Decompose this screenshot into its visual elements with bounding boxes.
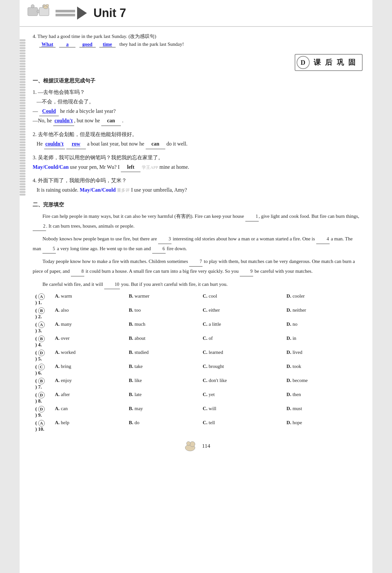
mcq-optA-8: A. after [52,391,126,405]
svg-point-10 [187,442,190,445]
mcq-optD-9: D. must [284,405,359,419]
item3-watermark: 学王APP [142,165,158,170]
mcq-optC-9: C. will [200,405,284,419]
item2-desc: 2. 去年他不会划船，但是现在他能划得很好。 [33,131,137,137]
item3-modal: May/Could/Can [33,164,69,170]
section-d-container: D 课 后 巩 固 [29,54,363,71]
cloze-para-3: Today people know how to make a fire wit… [33,257,359,276]
q4-blank3: good [79,42,96,47]
mcq-optD-3: D. no [284,321,359,335]
cloze-para-2: Nobody knows how people began to use fir… [33,234,359,253]
item3-answer: May/Could/Can use your pen, Mr Wu? I lef… [33,164,189,170]
q4-area: 4. They had a good time in the park last… [33,33,359,47]
mcq-optD-2: D. neither [284,306,359,321]
mcq-optA-2: A. also [52,306,126,321]
mcq-optD-5: D. lived [284,349,359,363]
mcq-answer-7: ( B ) 7. [33,377,52,391]
svg-point-6 [46,4,49,7]
cloze-para-4: Be careful with fire, and it will 10 you… [33,280,359,289]
blank-5: 5 [42,245,56,254]
mcq-optD-10: D. hope [284,419,359,433]
mcq-letter-8: D [38,392,45,398]
item4-answer: It is raining outside. May/Can/Could 重多评… [33,187,187,193]
item4-modal: May/Can/Could [80,187,116,193]
item2-blank2: row [66,139,86,149]
item3-blank1: left [121,163,140,172]
mcq-optA-7: A. enjoy [52,377,126,391]
mcq-letter-7: B [38,378,45,384]
item2-blank1: couldn't [44,139,65,149]
blank-1: 1 [245,212,259,221]
mcq-optB-5: B. studied [126,349,200,363]
mcq-row-9: ( D ) 9. A. can B. may C. will D. must [33,405,359,419]
mcq-optB-6: B. take [126,363,200,377]
mcq-optC-3: C. a little [200,321,284,335]
mcq-optC-1: C. cool [200,292,284,306]
svg-point-7 [43,5,45,7]
mcq-optC-5: C. learned [200,349,284,363]
item1-blank1: Could [39,107,59,116]
mcq-optB-1: B. warmer [126,292,200,306]
mcq-optD-7: D. become [284,377,359,391]
page: Unit 7 4. They had a good time in the pa… [20,0,372,573]
q4-blank2: a [59,42,75,47]
mcq-optB-8: B. late [126,391,200,405]
mcq-letter-10: A [38,420,45,426]
mcq-answer-3: ( A ) 3. [33,321,52,335]
mcq-letter-5: D [38,350,45,356]
item1-blank3: can [101,116,121,126]
mcq-optA-4: A. over [52,335,126,349]
left-sidebar-decoration [20,39,25,573]
blank-6: 6 [152,245,166,254]
mcq-optB-9: B. may [126,405,200,419]
page-title: Unit 7 [93,6,126,20]
mcq-letter-4: B [38,336,45,342]
mcq-optA-1: A. warm [52,292,126,306]
mcq-table: ( A ) 1. A. warm B. warmer C. cool D. co… [33,292,359,433]
mcq-optC-4: C. of [200,335,284,349]
exercise-item-3: 3. 吴老师，我可以用您的钢笔吗？我把我的忘在家里了。 May/Could/Ca… [33,153,359,172]
blank-8: 8 [71,267,84,276]
q4-answer: What a good time they had in the park la… [39,42,359,47]
exercise-item-1: 1. —去年他会骑车吗？ —不会，但他现在会了。 — Could he ride… [33,88,359,126]
mcq-answer-8: ( D ) 8. [33,391,52,405]
puzzle-icon [26,3,52,23]
svg-rect-3 [39,8,49,16]
mcq-answer-6: ( C ) 6. [33,363,52,377]
exercise-item-4: 4. 外面下雨了，我能用你的伞吗，艾米？ It is raining outsi… [33,176,359,195]
item1-num: 1. —去年他会骑车吗？ [33,89,85,95]
mcq-row-4: ( B ) 4. A. over B. about C. of D. in [33,335,359,349]
q4-rest-text: they had in the park last Sunday! [120,42,184,47]
blank-2: 2 [33,222,46,231]
blank-4: 4 [316,235,330,244]
mcq-letter-6: C [38,364,45,370]
mcq-optA-10: A. help [52,419,126,433]
cloze-para-1: Fire can help people in many ways, but i… [33,212,359,231]
mcq-letter-3: A [38,321,45,328]
mcq-row-7: ( B ) 7. A. enjoy B. like C. don't like … [33,377,359,391]
mcq-optC-10: C. tell [200,419,284,433]
section-d-letter: D [297,56,310,69]
header-arrow [56,7,87,20]
exercise-item-2: 2. 去年他不会划船，但是现在他能划得很好。 He couldn't row a… [33,130,359,149]
mcq-optA-3: A. many [52,321,126,335]
mcq-answer-10: ( A ) 10. [33,419,52,433]
q4-blank1: What [39,42,56,47]
item4-watermark: 重多评 [117,188,130,193]
q4-blank4: time [99,42,116,47]
mcq-optC-7: C. don't like [200,377,284,391]
mcq-optB-10: B. do [126,419,200,433]
q4-instruction: 4. They had a good time in the park last… [33,33,359,40]
blank-7: 7 [189,257,203,267]
mcq-letter-1: A [38,293,45,300]
mcq-letter-9: D [38,406,45,412]
mcq-optB-7: B. like [126,377,200,391]
mcq-row-1: ( A ) 1. A. warm B. warmer C. cool D. co… [33,292,359,306]
blank-3: 3 [158,235,172,244]
mcq-optB-3: B. much [126,321,200,335]
item2-blank3: can [146,139,165,149]
page-header: Unit 7 [20,0,372,27]
mcq-optB-4: B. about [126,335,200,349]
item1-line2: —不会，但他现在会了。 [33,99,94,104]
main-content: 一、根据汉语意思完成句子 1. —去年他会骑车吗？ —不会，但他现在会了。 — … [20,78,372,433]
